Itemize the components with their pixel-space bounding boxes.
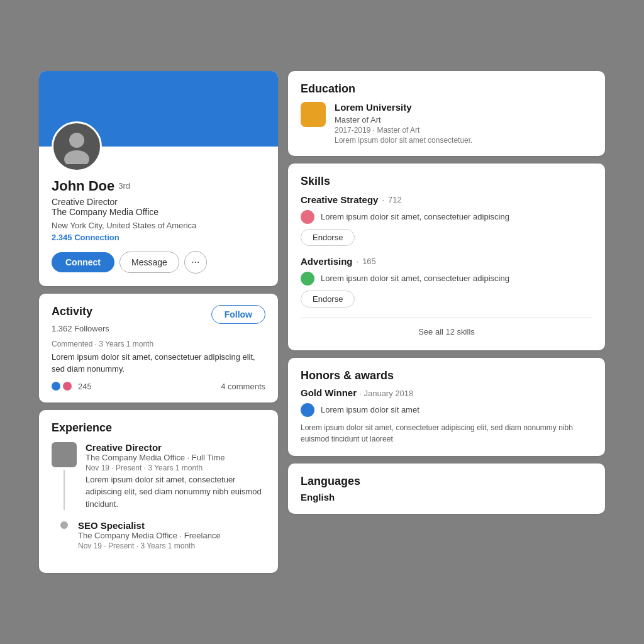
pink-reaction-dot (63, 382, 72, 391)
education-description: Lorem ipsum dolor sit amet consectetuer. (335, 136, 472, 145)
reaction-count: 245 (78, 382, 92, 391)
see-all-skills-link[interactable]: See all 12 skills (301, 325, 592, 339)
experience-company-2: The Company Media Office · Freelance (78, 531, 221, 540)
education-card: Education Lorem University Master of Art… (288, 71, 605, 156)
experience-card: Experience Creative Director The Company… (39, 410, 278, 574)
connect-button[interactable]: Connect (52, 252, 114, 272)
activity-section-title: Activity (52, 305, 92, 318)
skill-endorser-2: Lorem ipsum dolor sit amet, consectetuer… (301, 272, 592, 286)
skill-header-2: Advertising · 165 (301, 256, 592, 267)
svg-point-1 (64, 150, 89, 164)
languages-card: Languages English (288, 464, 605, 514)
experience-content-2: SEO Specialist The Company Media Office … (78, 520, 221, 552)
education-body: Education Lorem University Master of Art… (288, 71, 605, 156)
skill-name-1: Creative Strategy (301, 194, 378, 205)
honor-endorser: Lorem ipsum dolor sit amet (301, 403, 592, 417)
honors-card: Honors & awards Gold Winner · January 20… (288, 358, 605, 456)
skill-header-1: Creative Strategy · 712 (301, 194, 592, 205)
experience-company-1: The Company Media Office · Full Time (86, 453, 265, 462)
blue-reaction-dot (52, 382, 60, 391)
more-options-button[interactable]: ··· (184, 251, 207, 274)
activity-reactions: 245 4 comments (52, 382, 265, 391)
skill-count-separator-2: · (357, 257, 359, 266)
honor-title: Gold Winner · January 2018 (301, 387, 592, 398)
user-icon (58, 126, 96, 167)
profile-actions: Connect Message ··· (52, 251, 265, 274)
skill-count-2: 165 (362, 257, 376, 266)
page-wrapper: John Doe 3rd Creative Director The Compa… (39, 71, 605, 574)
education-item: Lorem University Master of Art 2017-2019… (301, 102, 592, 145)
skills-section-title: Skills (301, 175, 592, 188)
honors-section-title: Honors & awards (301, 369, 592, 382)
skills-body: Skills Creative Strategy · 712 Lorem ips… (288, 164, 605, 350)
activity-card: Activity Follow 1.362 Followers Commente… (39, 294, 278, 402)
experience-duration-1: Nov 19 · Present · 3 Years 1 month (86, 464, 265, 472)
reaction-dots: 245 (52, 382, 92, 391)
profile-connections[interactable]: 2.345 Connection (52, 233, 265, 242)
endorse-button-2[interactable]: Endorse (301, 291, 355, 308)
experience-section-title: Experience (52, 421, 265, 435)
activity-body: Activity Follow 1.362 Followers Commente… (39, 294, 278, 402)
endorser-dot-green (301, 272, 314, 286)
endorser-dot-blue (301, 403, 314, 417)
endorse-button-1[interactable]: Endorse (301, 229, 355, 246)
avatar (52, 121, 102, 172)
skill-name-2: Advertising (301, 256, 353, 267)
profile-name: John Doe (52, 178, 114, 194)
experience-item-2: SEO Specialist The Company Media Office … (52, 520, 265, 552)
endorser-dot-pink (301, 210, 314, 224)
comments-count: 4 comments (221, 382, 265, 391)
skills-card: Skills Creative Strategy · 712 Lorem ips… (288, 164, 605, 350)
profile-card: John Doe 3rd Creative Director The Compa… (39, 71, 278, 286)
education-institution: Lorem University (335, 102, 472, 113)
experience-content-1: Creative Director The Company Media Offi… (86, 442, 265, 511)
experience-duration-2: Nov 19 · Present · 3 Years 1 month (78, 541, 221, 550)
profile-company: The Company Media Office (52, 207, 265, 217)
ellipsis-icon: ··· (191, 257, 199, 268)
honor-description: Lorem ipsum dolor sit amet, consectetuer… (301, 422, 592, 445)
profile-title: Creative Director (52, 197, 265, 207)
right-column: Education Lorem University Master of Art… (288, 71, 605, 574)
endorser-text-2: Lorem ipsum dolor sit amet, consectetuer… (321, 274, 509, 283)
honor-date: January 2018 (364, 389, 413, 398)
profile-degree: 3rd (118, 181, 130, 191)
skill-item-1: Creative Strategy · 712 Lorem ipsum dolo… (301, 194, 592, 246)
activity-meta: Commented · 3 Years 1 month (52, 340, 265, 348)
experience-list: Creative Director The Company Media Offi… (52, 442, 265, 552)
honors-body: Honors & awards Gold Winner · January 20… (288, 358, 605, 456)
languages-section-title: Languages (301, 475, 592, 488)
experience-item-1: Creative Director The Company Media Offi… (52, 442, 265, 511)
message-button[interactable]: Message (119, 252, 179, 273)
profile-location: New York City, United States of America (52, 221, 265, 230)
profile-header-banner (39, 71, 278, 147)
follow-button[interactable]: Follow (211, 305, 265, 324)
skills-divider (301, 318, 592, 318)
activity-header: Activity Follow (52, 305, 265, 324)
skill-endorser-1: Lorem ipsum dolor sit amet, consectetuer… (301, 210, 592, 224)
experience-title-2: SEO Specialist (78, 520, 221, 531)
experience-company-icon-1 (52, 442, 77, 467)
skill-count-1: 712 (388, 195, 402, 204)
skill-count-separator-1: · (382, 195, 384, 204)
experience-title-1: Creative Director (86, 442, 265, 453)
profile-name-row: John Doe 3rd (52, 178, 265, 194)
experience-desc-1: Lorem ipsum dolor sit amet, consectetuer… (86, 474, 265, 511)
endorser-text-1: Lorem ipsum dolor sit amet, consectetuer… (321, 212, 509, 221)
education-duration: 2017-2019 · Master of Art (335, 126, 472, 135)
activity-text: Lorem ipsum dolor sit amet, consectetuer… (52, 351, 265, 375)
education-details: Lorem University Master of Art 2017-2019… (335, 102, 472, 145)
svg-point-0 (69, 133, 84, 148)
avatar-wrapper (52, 121, 102, 172)
skill-item-2: Advertising · 165 Lorem ipsum dolor sit … (301, 256, 592, 308)
experience-body: Experience Creative Director The Company… (39, 410, 278, 574)
left-column: John Doe 3rd Creative Director The Compa… (39, 71, 278, 574)
language-english: English (301, 492, 592, 502)
education-degree: Master of Art (335, 115, 472, 125)
education-section-title: Education (301, 82, 592, 96)
languages-body: Languages English (288, 464, 605, 514)
honor-endorser-text: Lorem ipsum dolor sit amet (321, 405, 419, 414)
followers-count: 1.362 Followers (52, 324, 265, 333)
education-institution-icon (301, 102, 326, 127)
